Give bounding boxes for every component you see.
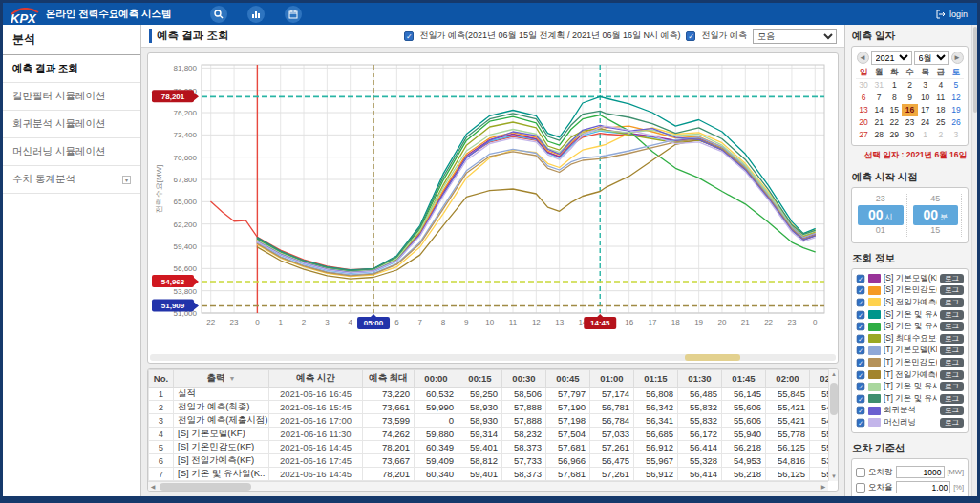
log-button[interactable]: 로그 — [940, 358, 964, 367]
hour-above[interactable]: 23 — [858, 194, 904, 205]
series-checkbox[interactable]: ✓ — [857, 346, 865, 355]
series-checkbox[interactable]: ✓ — [857, 407, 865, 415]
filter-icon[interactable]: ▼ — [229, 375, 236, 382]
calendar-day[interactable]: 23 — [902, 116, 917, 129]
calendar-day[interactable]: 18 — [933, 104, 948, 116]
calendar-day[interactable]: 16 — [902, 104, 917, 116]
log-button[interactable]: 로그 — [940, 298, 964, 307]
calendar-day[interactable]: 12 — [948, 92, 964, 104]
table-row[interactable]: 7[S] 기온 및 유사일(K..2021-06-16 14:4578,2016… — [149, 468, 829, 481]
calendar-day[interactable]: 24 — [918, 116, 933, 129]
sidebar-item-3[interactable]: 회귀분석 시뮬레이션 — [3, 111, 140, 138]
column-header[interactable]: 예측 최대 — [363, 370, 415, 388]
error-value-input[interactable] — [896, 481, 950, 493]
minute-above[interactable]: 45 — [913, 194, 959, 205]
log-button[interactable]: 로그 — [940, 370, 964, 380]
log-button[interactable]: 로그 — [940, 310, 964, 320]
calendar-day[interactable]: 30 — [902, 129, 917, 141]
table-vertical-scrollbar[interactable]: ▲ ▼ — [828, 369, 838, 481]
column-header[interactable]: 02:15 — [810, 370, 829, 388]
table-row[interactable]: 4[S] 기본모델(KF)2021-06-16 11:3074,26259,88… — [149, 428, 829, 441]
column-header[interactable]: 01:15 — [634, 370, 678, 388]
series-checkbox[interactable]: ✓ — [857, 419, 865, 428]
log-button[interactable]: 로그 — [940, 418, 964, 428]
view-mode-select[interactable]: 모음 — [753, 29, 837, 44]
log-button[interactable]: 로그 — [940, 322, 964, 331]
calendar-day[interactable]: 21 — [871, 116, 886, 129]
table-row[interactable]: 6[S] 전일가예측(KF)2021-06-16 17:4573,66759,4… — [149, 454, 829, 468]
log-button[interactable]: 로그 — [940, 382, 964, 391]
calendar-day[interactable]: 26 — [948, 116, 964, 129]
calendar-day[interactable]: 11 — [933, 92, 948, 104]
calendar-day[interactable]: 1 — [918, 129, 933, 141]
calendar-icon[interactable] — [285, 6, 302, 23]
calendar-day[interactable]: 4 — [933, 79, 948, 92]
calendar-day[interactable]: 28 — [871, 129, 886, 141]
series-checkbox[interactable]: ✓ — [857, 286, 865, 295]
forecast-checkbox-2[interactable]: ✓ — [686, 31, 695, 41]
calendar-day[interactable]: 30 — [856, 79, 871, 92]
table-row[interactable]: 1실적2021-06-16 16:4573,22060,53259,25058,… — [149, 388, 829, 401]
calendar-day[interactable]: 15 — [886, 104, 902, 116]
column-header[interactable]: 00:45 — [546, 370, 590, 388]
column-header[interactable]: No. — [149, 370, 174, 388]
calendar-day[interactable]: 29 — [886, 129, 902, 141]
calendar-day[interactable]: 20 — [856, 116, 871, 129]
column-header[interactable]: 01:30 — [678, 370, 722, 388]
login-button[interactable]: login — [936, 3, 968, 25]
rightbar-scrollbar[interactable] — [971, 25, 977, 496]
error-value-input[interactable] — [896, 466, 945, 478]
table-row[interactable]: 2전일가 예측(최종)2021-06-16 15:4573,66159,9905… — [149, 401, 829, 414]
chart-icon[interactable] — [247, 6, 265, 23]
calendar-day[interactable]: 14 — [871, 104, 886, 116]
calendar-day[interactable]: 31 — [871, 79, 886, 92]
v-scroll-thumb[interactable] — [830, 383, 838, 415]
calendar-day[interactable]: 2 — [902, 79, 917, 92]
forecast-checkbox-1[interactable]: ✓ — [404, 31, 414, 41]
error-checkbox[interactable] — [856, 483, 865, 493]
series-checkbox[interactable]: ✓ — [857, 299, 865, 307]
series-checkbox[interactable]: ✓ — [857, 394, 865, 403]
column-header[interactable]: 00:30 — [502, 370, 546, 388]
hour-spinner[interactable]: 23 00시 01 — [858, 194, 907, 237]
log-button[interactable]: 로그 — [940, 406, 964, 415]
series-checkbox[interactable]: ✓ — [857, 335, 865, 344]
calendar-day[interactable]: 2 — [933, 129, 948, 141]
hour-below[interactable]: 01 — [858, 225, 904, 237]
calendar-day[interactable]: 3 — [948, 129, 964, 141]
minute-below[interactable]: 15 — [913, 225, 959, 237]
calendar-year-select[interactable]: 2021 — [871, 51, 912, 65]
scroll-up-icon[interactable]: ▲ — [829, 369, 839, 379]
sidebar-item-1[interactable]: 예측 결과 조회 — [3, 55, 140, 83]
calendar-day[interactable]: 13 — [856, 104, 871, 116]
series-checkbox[interactable]: ✓ — [857, 275, 865, 283]
series-checkbox[interactable]: ✓ — [857, 359, 865, 367]
log-button[interactable]: 로그 — [940, 334, 964, 344]
chart-scrollbar-thumb[interactable] — [685, 354, 740, 361]
calendar-day[interactable]: 3 — [918, 79, 933, 92]
table-horizontal-scrollbar[interactable]: ◀ ▶ — [148, 481, 828, 491]
kpx-logo[interactable]: KPX 온라인 전력수요예측 시스템 — [11, 3, 172, 25]
calendar-day[interactable]: 6 — [856, 92, 871, 104]
log-button[interactable]: 로그 — [940, 285, 964, 295]
search-icon[interactable] — [210, 6, 227, 23]
column-header[interactable]: 00:15 — [458, 370, 502, 388]
calendar-day[interactable]: 25 — [933, 116, 948, 129]
series-checkbox[interactable]: ✓ — [857, 323, 865, 331]
table-row[interactable]: 3전일가 예측(제출시점)2021-06-16 17:0073,599058,9… — [149, 414, 829, 428]
calendar-day[interactable]: 17 — [918, 104, 933, 116]
calendar-day[interactable]: 27 — [856, 129, 871, 141]
column-header[interactable]: 출력▼ — [174, 370, 269, 388]
table-row[interactable]: 5[S] 기온민감도(KF)2021-06-16 14:4578,20160,3… — [149, 441, 829, 454]
log-button[interactable]: 로그 — [940, 346, 964, 355]
sidebar-item-4[interactable]: 머신러닝 시뮬레이션 — [3, 138, 140, 166]
log-button[interactable]: 로그 — [940, 274, 964, 283]
minute-spinner[interactable]: 45 00분 15 — [913, 194, 963, 237]
series-checkbox[interactable]: ✓ — [857, 383, 865, 391]
scroll-left-icon[interactable]: ◀ — [148, 482, 158, 492]
calendar-month-select[interactable]: 6월 — [914, 51, 949, 65]
calendar-day[interactable]: 1 — [886, 79, 902, 92]
rightbar-scroll-thumb[interactable] — [973, 27, 977, 113]
series-checkbox[interactable]: ✓ — [857, 370, 865, 379]
calendar-day[interactable]: 8 — [886, 92, 902, 104]
